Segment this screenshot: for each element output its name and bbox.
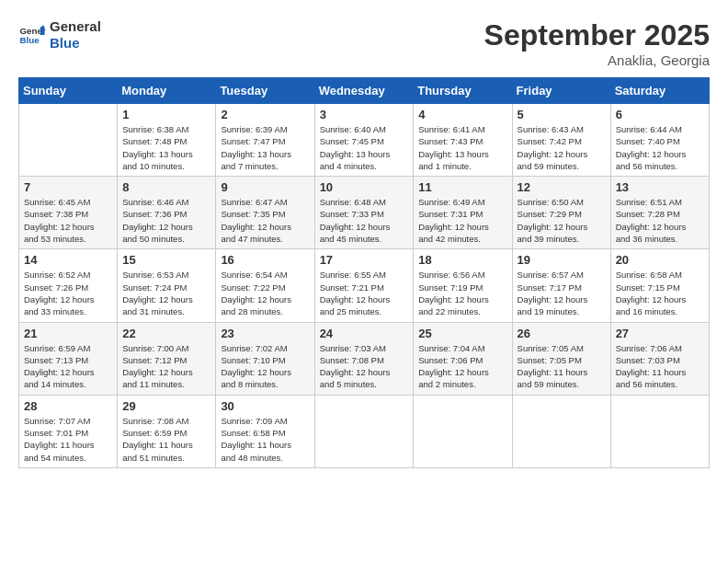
day-number: 16	[221, 253, 309, 267]
day-number: 9	[221, 180, 309, 194]
day-info: Sunrise: 7:03 AM Sunset: 7:08 PM Dayligh…	[320, 342, 409, 391]
day-number: 8	[122, 180, 210, 194]
calendar-day-cell	[19, 104, 118, 177]
calendar-day-cell: 30Sunrise: 7:09 AM Sunset: 6:58 PM Dayli…	[216, 395, 314, 467]
day-number: 6	[616, 108, 704, 121]
calendar-day-cell: 25Sunrise: 7:04 AM Sunset: 7:06 PM Dayli…	[414, 322, 512, 395]
calendar-day-cell: 8Sunrise: 6:46 AM Sunset: 7:36 PM Daylig…	[118, 177, 216, 249]
day-info: Sunrise: 6:40 AM Sunset: 7:45 PM Dayligh…	[320, 123, 409, 172]
calendar-day-cell	[610, 395, 709, 467]
weekday-header: Sunday	[19, 78, 118, 104]
calendar-day-cell: 23Sunrise: 7:02 AM Sunset: 7:10 PM Dayli…	[216, 322, 314, 395]
day-info: Sunrise: 6:54 AM Sunset: 7:22 PM Dayligh…	[221, 269, 309, 317]
calendar-header-row: SundayMondayTuesdayWednesdayThursdayFrid…	[19, 78, 710, 104]
calendar-day-cell: 20Sunrise: 6:58 AM Sunset: 7:15 PM Dayli…	[610, 249, 709, 322]
calendar-day-cell: 7Sunrise: 6:45 AM Sunset: 7:38 PM Daylig…	[19, 177, 118, 249]
day-number: 7	[24, 180, 112, 194]
logo-icon: General Blue	[18, 21, 46, 49]
svg-marker-2	[40, 27, 45, 35]
calendar-day-cell: 21Sunrise: 6:59 AM Sunset: 7:13 PM Dayli…	[19, 322, 118, 395]
day-number: 18	[418, 253, 506, 267]
day-info: Sunrise: 6:43 AM Sunset: 7:42 PM Dayligh…	[518, 123, 606, 172]
calendar-day-cell: 27Sunrise: 7:06 AM Sunset: 7:03 PM Dayli…	[610, 322, 709, 395]
day-number: 13	[616, 180, 704, 194]
day-info: Sunrise: 7:07 AM Sunset: 7:01 PM Dayligh…	[24, 415, 112, 464]
calendar-day-cell: 1Sunrise: 6:38 AM Sunset: 7:48 PM Daylig…	[118, 104, 216, 177]
day-number: 23	[221, 327, 309, 340]
day-info: Sunrise: 6:47 AM Sunset: 7:35 PM Dayligh…	[221, 196, 309, 245]
weekday-header: Thursday	[414, 78, 512, 104]
page-header: General Blue General Blue September 2025…	[18, 18, 710, 68]
calendar-week-row: 1Sunrise: 6:38 AM Sunset: 7:48 PM Daylig…	[19, 104, 710, 177]
svg-text:Blue: Blue	[20, 35, 40, 45]
day-info: Sunrise: 6:38 AM Sunset: 7:48 PM Dayligh…	[122, 123, 210, 172]
day-number: 22	[122, 327, 210, 340]
day-number: 28	[24, 399, 112, 413]
calendar-day-cell: 5Sunrise: 6:43 AM Sunset: 7:42 PM Daylig…	[512, 104, 610, 177]
calendar-day-cell: 2Sunrise: 6:39 AM Sunset: 7:47 PM Daylig…	[216, 104, 314, 177]
calendar-day-cell: 12Sunrise: 6:50 AM Sunset: 7:29 PM Dayli…	[512, 177, 610, 249]
day-info: Sunrise: 7:06 AM Sunset: 7:03 PM Dayligh…	[616, 342, 704, 391]
day-number: 17	[320, 253, 409, 267]
day-info: Sunrise: 6:58 AM Sunset: 7:15 PM Dayligh…	[616, 269, 704, 317]
day-info: Sunrise: 6:53 AM Sunset: 7:24 PM Dayligh…	[122, 269, 210, 317]
day-number: 24	[320, 327, 409, 340]
calendar-week-row: 7Sunrise: 6:45 AM Sunset: 7:38 PM Daylig…	[19, 177, 710, 249]
calendar-day-cell: 13Sunrise: 6:51 AM Sunset: 7:28 PM Dayli…	[610, 177, 709, 249]
day-number: 26	[518, 327, 606, 340]
calendar-day-cell: 9Sunrise: 6:47 AM Sunset: 7:35 PM Daylig…	[216, 177, 314, 249]
day-info: Sunrise: 6:46 AM Sunset: 7:36 PM Dayligh…	[122, 196, 210, 245]
day-number: 20	[616, 253, 704, 267]
calendar-day-cell: 6Sunrise: 6:44 AM Sunset: 7:40 PM Daylig…	[610, 104, 709, 177]
day-number: 14	[24, 253, 112, 267]
weekday-header: Saturday	[610, 78, 709, 104]
day-info: Sunrise: 7:02 AM Sunset: 7:10 PM Dayligh…	[221, 342, 309, 391]
weekday-header: Wednesday	[314, 78, 414, 104]
day-number: 30	[221, 399, 309, 413]
day-info: Sunrise: 6:48 AM Sunset: 7:33 PM Dayligh…	[320, 196, 409, 245]
day-info: Sunrise: 7:05 AM Sunset: 7:05 PM Dayligh…	[518, 342, 606, 391]
day-number: 1	[122, 108, 210, 121]
calendar-day-cell: 11Sunrise: 6:49 AM Sunset: 7:31 PM Dayli…	[414, 177, 512, 249]
day-number: 2	[221, 108, 309, 121]
logo-general: General	[50, 18, 101, 35]
day-info: Sunrise: 7:08 AM Sunset: 6:59 PM Dayligh…	[122, 415, 210, 464]
day-number: 3	[320, 108, 409, 121]
day-number: 4	[418, 108, 506, 121]
calendar-day-cell: 10Sunrise: 6:48 AM Sunset: 7:33 PM Dayli…	[314, 177, 414, 249]
day-info: Sunrise: 6:49 AM Sunset: 7:31 PM Dayligh…	[418, 196, 506, 245]
day-number: 21	[24, 327, 112, 340]
calendar-day-cell: 3Sunrise: 6:40 AM Sunset: 7:45 PM Daylig…	[314, 104, 414, 177]
calendar-day-cell: 19Sunrise: 6:57 AM Sunset: 7:17 PM Dayli…	[512, 249, 610, 322]
day-info: Sunrise: 7:00 AM Sunset: 7:12 PM Dayligh…	[122, 342, 210, 391]
day-info: Sunrise: 6:44 AM Sunset: 7:40 PM Dayligh…	[616, 123, 704, 172]
day-number: 15	[122, 253, 210, 267]
day-number: 29	[122, 399, 210, 413]
location: Anaklia, Georgia	[484, 52, 710, 68]
calendar-week-row: 28Sunrise: 7:07 AM Sunset: 7:01 PM Dayli…	[19, 395, 710, 467]
calendar-day-cell: 4Sunrise: 6:41 AM Sunset: 7:43 PM Daylig…	[414, 104, 512, 177]
day-number: 11	[418, 180, 506, 194]
calendar-day-cell: 29Sunrise: 7:08 AM Sunset: 6:59 PM Dayli…	[118, 395, 216, 467]
day-info: Sunrise: 6:50 AM Sunset: 7:29 PM Dayligh…	[518, 196, 606, 245]
day-number: 5	[518, 108, 606, 121]
weekday-header: Tuesday	[216, 78, 314, 104]
calendar-table: SundayMondayTuesdayWednesdayThursdayFrid…	[18, 77, 710, 468]
calendar-day-cell: 26Sunrise: 7:05 AM Sunset: 7:05 PM Dayli…	[512, 322, 610, 395]
calendar-day-cell: 24Sunrise: 7:03 AM Sunset: 7:08 PM Dayli…	[314, 322, 414, 395]
day-info: Sunrise: 7:09 AM Sunset: 6:58 PM Dayligh…	[221, 415, 309, 464]
day-number: 25	[418, 327, 506, 340]
calendar-week-row: 21Sunrise: 6:59 AM Sunset: 7:13 PM Dayli…	[19, 322, 710, 395]
day-info: Sunrise: 6:52 AM Sunset: 7:26 PM Dayligh…	[24, 269, 112, 317]
day-info: Sunrise: 6:55 AM Sunset: 7:21 PM Dayligh…	[320, 269, 409, 317]
day-number: 27	[616, 327, 704, 340]
calendar-day-cell: 18Sunrise: 6:56 AM Sunset: 7:19 PM Dayli…	[414, 249, 512, 322]
day-info: Sunrise: 6:56 AM Sunset: 7:19 PM Dayligh…	[418, 269, 506, 317]
title-block: September 2025 Anaklia, Georgia	[484, 18, 710, 68]
calendar-day-cell: 14Sunrise: 6:52 AM Sunset: 7:26 PM Dayli…	[19, 249, 118, 322]
day-info: Sunrise: 6:57 AM Sunset: 7:17 PM Dayligh…	[518, 269, 606, 317]
calendar-week-row: 14Sunrise: 6:52 AM Sunset: 7:26 PM Dayli…	[19, 249, 710, 322]
calendar-day-cell: 22Sunrise: 7:00 AM Sunset: 7:12 PM Dayli…	[118, 322, 216, 395]
calendar-day-cell: 16Sunrise: 6:54 AM Sunset: 7:22 PM Dayli…	[216, 249, 314, 322]
day-number: 10	[320, 180, 409, 194]
